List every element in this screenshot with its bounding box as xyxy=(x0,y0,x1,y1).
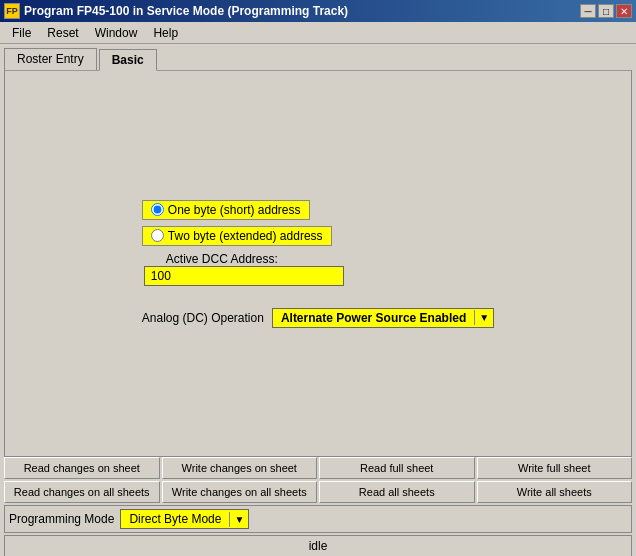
dcc-address-label: Active DCC Address: xyxy=(166,252,344,266)
read-changes-on-sheet-button[interactable]: Read changes on sheet xyxy=(4,457,160,479)
write-all-sheets-button[interactable]: Write all sheets xyxy=(477,481,633,503)
prog-mode-select-box[interactable]: Direct Byte Mode ▼ xyxy=(120,509,249,529)
analog-row: Analog (DC) Operation Alternate Power So… xyxy=(142,308,494,328)
read-changes-all-sheets-button[interactable]: Read changes on all sheets xyxy=(4,481,160,503)
menu-file[interactable]: File xyxy=(4,24,39,42)
radio-two-byte-box[interactable]: Two byte (extended) address xyxy=(142,226,332,246)
analog-select-box[interactable]: Alternate Power Source Enabled ▼ xyxy=(272,308,494,328)
read-all-sheets-button[interactable]: Read all sheets xyxy=(319,481,475,503)
tab-roster-entry[interactable]: Roster Entry xyxy=(4,48,97,70)
radio-row-2: Two byte (extended) address xyxy=(142,226,332,246)
menu-bar: File Reset Window Help xyxy=(0,22,636,44)
tab-basic[interactable]: Basic xyxy=(99,49,157,71)
button-row-2: Read changes on all sheets Write changes… xyxy=(4,481,632,503)
title-bar: FP Program FP45-100 in Service Mode (Pro… xyxy=(0,0,636,22)
minimize-button[interactable]: ─ xyxy=(580,4,596,18)
write-changes-on-sheet-button[interactable]: Write changes on sheet xyxy=(162,457,318,479)
radio-one-byte-label: One byte (short) address xyxy=(168,203,301,217)
radio-one-byte[interactable] xyxy=(151,203,164,216)
window-title: Program FP45-100 in Service Mode (Progra… xyxy=(24,4,348,18)
prog-mode-value: Direct Byte Mode xyxy=(121,510,229,528)
write-full-sheet-button[interactable]: Write full sheet xyxy=(477,457,633,479)
prog-mode-dropdown-icon[interactable]: ▼ xyxy=(229,512,248,527)
prog-mode-bar: Programming Mode Direct Byte Mode ▼ xyxy=(4,505,632,533)
radio-row-1: One byte (short) address xyxy=(142,200,310,220)
analog-label: Analog (DC) Operation xyxy=(142,311,264,325)
menu-window[interactable]: Window xyxy=(87,24,146,42)
menu-reset[interactable]: Reset xyxy=(39,24,86,42)
radio-one-byte-box[interactable]: One byte (short) address xyxy=(142,200,310,220)
app-icon: FP xyxy=(4,3,20,19)
close-button[interactable]: ✕ xyxy=(616,4,632,18)
status-bar: idle xyxy=(4,535,632,556)
dcc-address-input[interactable] xyxy=(144,266,344,286)
radio-two-byte[interactable] xyxy=(151,229,164,242)
status-text: idle xyxy=(309,539,328,553)
write-changes-all-sheets-button[interactable]: Write changes on all sheets xyxy=(162,481,318,503)
analog-dropdown-icon[interactable]: ▼ xyxy=(474,310,493,325)
menu-help[interactable]: Help xyxy=(145,24,186,42)
analog-select-value: Alternate Power Source Enabled xyxy=(273,309,474,327)
radio-two-byte-label: Two byte (extended) address xyxy=(168,229,323,243)
button-row-1: Read changes on sheet Write changes on s… xyxy=(4,457,632,479)
read-full-sheet-button[interactable]: Read full sheet xyxy=(319,457,475,479)
prog-mode-label: Programming Mode xyxy=(9,512,114,526)
main-content: One byte (short) address Two byte (exten… xyxy=(4,70,632,457)
maximize-button[interactable]: □ xyxy=(598,4,614,18)
tab-bar: Roster Entry Basic xyxy=(0,44,636,70)
